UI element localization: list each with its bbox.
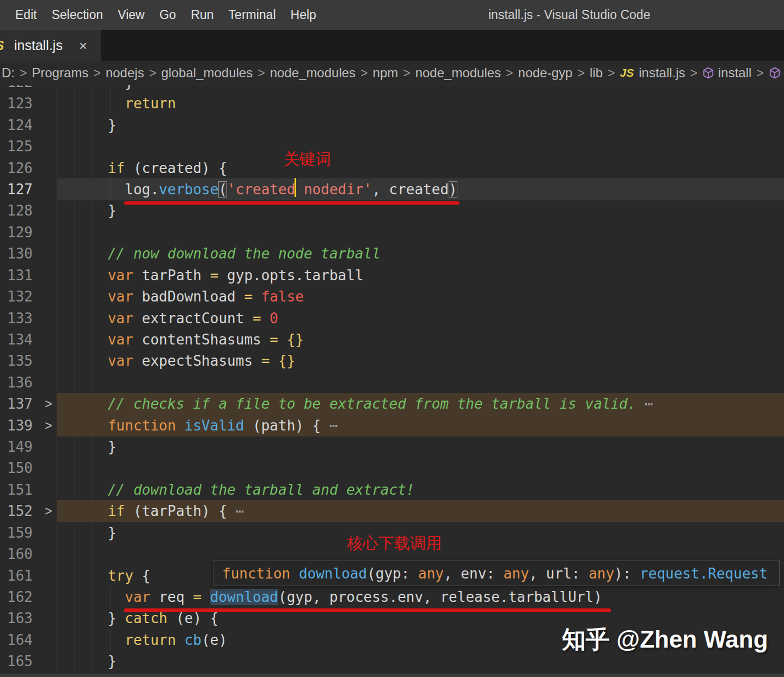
breadcrumb-item-d-[interactable]: D: [2, 65, 15, 81]
code-line-134[interactable]: 134 var contentShasums = {} [0, 329, 784, 350]
code-text: // now download the node tarball [57, 243, 381, 264]
line-background [57, 436, 784, 458]
code-line-124[interactable]: 124 } [0, 114, 784, 136]
fold-chevron-icon[interactable]: > [42, 500, 54, 522]
code-line-127[interactable]: 127 log.verbose('created nodedir', creat… [0, 179, 784, 200]
code-text: try { [57, 565, 150, 587]
code-line-139[interactable]: 139> function isValid (path) { ⋯ [0, 415, 784, 436]
code-editor[interactable]: 122 }123 return124 }125126 if (created) … [0, 85, 784, 674]
code-text: var expectShasums = {} [57, 350, 295, 372]
code-line-149[interactable]: 149 } [0, 436, 784, 458]
status-strip [0, 674, 784, 677]
breadcrumb-item-lib[interactable]: lib [590, 65, 603, 81]
line-number: 152 [0, 500, 33, 522]
line-number: 133 [0, 307, 33, 329]
menu-run[interactable]: Run [191, 8, 213, 22]
breadcrumb-item-nodejs[interactable]: nodejs [106, 65, 144, 81]
fold-chevron-icon[interactable]: > [42, 415, 54, 436]
line-background [57, 85, 784, 93]
code-line-131[interactable]: 131 var tarPath = gyp.opts.tarball [0, 264, 784, 286]
watermark: 知乎 @Zhen Wang [562, 624, 768, 656]
line-number: 131 [0, 264, 33, 286]
close-icon[interactable]: × [79, 39, 87, 53]
breadcrumb-separator: > [578, 66, 585, 81]
annotation-underline-download [124, 608, 611, 612]
line-background [57, 221, 784, 243]
code-text: } [57, 522, 117, 544]
window-title: install.js - Visual Studio Code [488, 0, 650, 30]
line-number: 163 [0, 607, 33, 629]
code-text: return cb(e) [57, 629, 227, 651]
code-line-133[interactable]: 133 var extractCount = 0 [0, 307, 784, 329]
tooltip-signature: function download(gyp: any, env: any, ur… [222, 565, 768, 582]
breadcrumb-item-node-gyp[interactable]: node-gyp [518, 65, 573, 81]
menu-terminal[interactable]: Terminal [229, 8, 276, 22]
breadcrumb-separator: > [403, 66, 410, 81]
breadcrumb-item-node-modules[interactable]: node_modules [270, 65, 356, 81]
line-number: 137 [0, 393, 33, 415]
code-text: log.verbose('created nodedir', created) [57, 179, 457, 200]
code-line-136[interactable]: 136 [0, 372, 784, 393]
code-text: var extractCount = 0 [57, 307, 278, 329]
breadcrumb-item-go[interactable]: go [769, 65, 784, 81]
code-line-135[interactable]: 135 var expectShasums = {} [0, 350, 784, 372]
code-text: } [57, 436, 117, 458]
code-text: function isValid (path) { ⋯ [57, 415, 338, 436]
code-line-122[interactable]: 122 } [0, 85, 784, 93]
menu-go[interactable]: Go [160, 8, 176, 22]
code-line-130[interactable]: 130 // now download the node tarball [0, 243, 784, 264]
code-line-123[interactable]: 123 return [0, 93, 784, 114]
breadcrumb-item-install[interactable]: install [702, 65, 751, 81]
line-number: 123 [0, 93, 33, 114]
line-number: 127 [0, 179, 33, 200]
line-background [57, 114, 784, 136]
vscode-window: EditSelectionViewGoRunTerminalHelp insta… [0, 0, 784, 677]
line-number: 149 [0, 436, 33, 458]
breadcrumb-separator: > [690, 66, 697, 81]
line-number: 122 [0, 85, 33, 93]
line-number: 150 [0, 457, 33, 479]
breadcrumb-item-install-js[interactable]: JSinstall.js [620, 65, 685, 81]
code-line-129[interactable]: 129 [0, 221, 784, 243]
line-number: 162 [0, 586, 33, 608]
line-background [57, 372, 784, 393]
line-background [57, 457, 784, 479]
code-text: var req = download(gyp, process.env, rel… [57, 586, 602, 608]
code-line-125[interactable]: 125 [0, 136, 784, 157]
menu-view[interactable]: View [118, 8, 144, 22]
breadcrumb-item-programs[interactable]: Programs [32, 65, 88, 81]
titlebar: EditSelectionViewGoRunTerminalHelp insta… [0, 0, 784, 30]
line-number: 151 [0, 479, 33, 501]
line-number: 126 [0, 157, 33, 179]
code-text: var badDownload = false [57, 286, 304, 307]
tab-bar: JS install.js × [0, 30, 784, 61]
code-text: var tarPath = gyp.opts.tarball [57, 264, 364, 286]
fold-chevron-icon[interactable]: > [42, 393, 54, 415]
code-text: return [57, 93, 176, 114]
annotation-core-download-label: 核心下载调用 [347, 533, 442, 555]
breadcrumb-separator: > [149, 66, 156, 81]
breadcrumb-item-npm[interactable]: npm [373, 65, 399, 81]
line-number: 134 [0, 329, 33, 350]
breadcrumb-separator: > [608, 66, 615, 81]
tab-install-js[interactable]: JS install.js × [0, 30, 101, 61]
breadcrumb-item-node-modules[interactable]: node_modules [415, 65, 501, 81]
code-line-162[interactable]: 162 var req = download(gyp, process.env,… [0, 586, 784, 608]
code-line-137[interactable]: 137> // checks if a file to be extracted… [0, 393, 784, 415]
code-text: var contentShasums = {} [57, 329, 304, 350]
tab-label: install.js [14, 38, 63, 53]
line-number: 139 [0, 415, 33, 436]
code-line-152[interactable]: 152> if (tarPath) { ⋯ [0, 500, 784, 522]
breadcrumb-item-global-modules[interactable]: global_modules [161, 65, 253, 81]
code-text: // checks if a file to be extracted from… [57, 393, 653, 415]
code-line-126[interactable]: 126 if (created) { [0, 157, 784, 179]
code-line-151[interactable]: 151 // download the tarball and extract! [0, 479, 784, 501]
symbol-cube-icon [769, 67, 781, 79]
menu-edit[interactable]: Edit [15, 8, 37, 22]
menu-selection[interactable]: Selection [52, 8, 103, 22]
line-number: 124 [0, 114, 33, 136]
code-line-150[interactable]: 150 [0, 457, 784, 479]
line-background [57, 136, 784, 157]
menu-help[interactable]: Help [291, 8, 316, 22]
code-line-132[interactable]: 132 var badDownload = false [0, 286, 784, 307]
